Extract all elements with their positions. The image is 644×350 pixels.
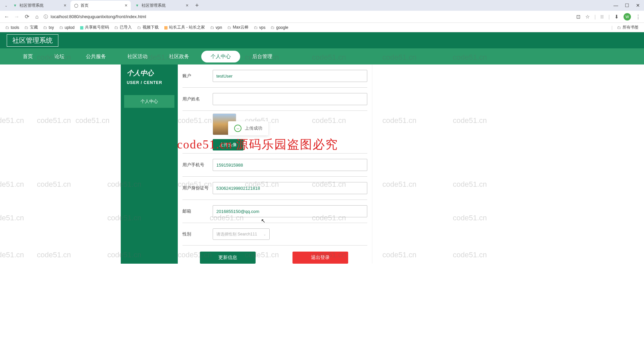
menu-icon[interactable]: ⋮ bbox=[636, 14, 641, 20]
downloads-icon[interactable]: ⬇ bbox=[614, 14, 619, 20]
email-label: 邮箱 bbox=[182, 208, 213, 214]
bookmark-item[interactable]: 🗀uplod bbox=[57, 25, 76, 31]
nav-admin[interactable]: 后台管理 bbox=[243, 51, 282, 62]
folder-icon: 🗀 bbox=[137, 25, 141, 30]
sidebar-subtitle: USER / CENTER bbox=[124, 80, 174, 85]
close-icon[interactable]: × bbox=[186, 3, 189, 8]
tab-menu-icon[interactable]: ⌄ bbox=[3, 4, 9, 7]
tab-title: 首页 bbox=[80, 3, 89, 8]
nav-gov[interactable]: 社区政务 bbox=[160, 51, 199, 62]
vue-icon: ▼ bbox=[135, 3, 140, 8]
username-label: 用户姓名 bbox=[182, 96, 213, 102]
globe-icon: ◯ bbox=[74, 3, 78, 8]
minimize-icon[interactable]: — bbox=[613, 3, 618, 8]
app-nav: 首页 论坛 公共服务 社区活动 社区政务 个人中心 后台管理 bbox=[0, 48, 644, 64]
app-header: 社区管理系统 bbox=[0, 32, 644, 48]
sidebar: 个人中心 USER / CENTER 个人中心 bbox=[121, 64, 178, 264]
browser-tab[interactable]: ▼ 社区管理系统 × bbox=[9, 1, 70, 10]
gender-placeholder: 请选择性别 Search111 bbox=[216, 231, 257, 237]
folder-icon: 🗀 bbox=[5, 25, 9, 30]
upload-avatar-button[interactable]: 上传头像 bbox=[213, 139, 244, 150]
page-icon: ▦ bbox=[80, 25, 84, 30]
phone-label: 用户手机号 bbox=[182, 162, 213, 168]
tab-title: 社区管理系统 bbox=[19, 3, 44, 8]
account-label: 账户 bbox=[182, 73, 213, 79]
close-icon[interactable]: × bbox=[125, 3, 127, 8]
folder-icon: 🗀 bbox=[254, 25, 258, 30]
email-input[interactable] bbox=[213, 205, 367, 217]
account-input[interactable] bbox=[213, 70, 367, 82]
bookmark-star-icon[interactable]: ☆ bbox=[585, 14, 590, 20]
sidebar-item-user-center[interactable]: 个人中心 bbox=[124, 95, 174, 108]
bookmark-item[interactable]: ▦共享账号密码 bbox=[78, 24, 111, 31]
site-info-icon[interactable]: ⓘ bbox=[44, 14, 48, 20]
bookmark-item[interactable]: 🗀宝藏 bbox=[22, 24, 40, 31]
bookmark-item[interactable]: 🗀视频下载 bbox=[135, 24, 161, 31]
app-content: 社区管理系统 首页 论坛 公共服务 社区活动 社区政务 个人中心 后台管理 个人… bbox=[0, 32, 644, 264]
maximize-icon[interactable]: ☐ bbox=[625, 3, 629, 8]
browser-tab[interactable]: ▼ 社区管理系统 × bbox=[131, 1, 192, 10]
folder-icon: 🗀 bbox=[114, 25, 118, 30]
folder-icon: 🗀 bbox=[59, 25, 63, 30]
back-button[interactable]: ← bbox=[3, 14, 10, 20]
bookmark-item[interactable]: 🗀vpn bbox=[208, 25, 224, 31]
reload-button[interactable]: ⟳ bbox=[23, 13, 30, 20]
success-icon: ⌣ bbox=[234, 125, 241, 132]
bookmark-bar: 🗀tools 🗀宝藏 🗀txy 🗀uplod ▦共享账号密码 🗀已导入 🗀视频下… bbox=[0, 23, 644, 32]
bookmark-item[interactable]: 🗀Max云棒 bbox=[225, 24, 251, 31]
extensions-icon[interactable]: ⁝⁝ bbox=[600, 14, 604, 20]
idcard-label: 用户身份证号 bbox=[182, 185, 213, 191]
url-text: localhost:8080/shequguanlixitong/front/i… bbox=[51, 14, 146, 19]
folder-icon: 🗀 bbox=[617, 25, 621, 30]
chevron-down-icon: ⌄ bbox=[263, 232, 266, 236]
nav-activity[interactable]: 社区活动 bbox=[118, 51, 157, 62]
toast-text: 上传成功 bbox=[245, 125, 262, 131]
page-icon: ▦ bbox=[164, 25, 168, 30]
idcard-input[interactable] bbox=[213, 182, 367, 194]
phone-input[interactable] bbox=[213, 159, 367, 171]
folder-icon: 🗀 bbox=[43, 25, 47, 30]
profile-form: 账户 用户姓名 上传头像 用户手机号 用户身份证号 邮箱 bbox=[178, 64, 372, 264]
profile-avatar[interactable]: W bbox=[624, 13, 631, 20]
gender-label: 性别 bbox=[182, 231, 213, 237]
nav-home[interactable]: 首页 bbox=[13, 51, 42, 62]
new-tab-button[interactable]: + bbox=[193, 2, 202, 9]
nav-forum[interactable]: 论坛 bbox=[45, 51, 74, 62]
tab-title: 社区管理系统 bbox=[142, 3, 166, 8]
folder-icon: 🗀 bbox=[210, 25, 214, 30]
update-button[interactable]: 更新信息 bbox=[200, 252, 256, 264]
nav-user-center[interactable]: 个人中心 bbox=[201, 51, 240, 62]
all-bookmarks[interactable]: 🗀所有书签 bbox=[615, 24, 641, 31]
bookmark-item[interactable]: 🗀txy bbox=[41, 25, 56, 31]
vue-icon: ▼ bbox=[13, 3, 17, 8]
bookmark-item[interactable]: 🗀vps bbox=[252, 25, 268, 31]
forward-button[interactable]: → bbox=[13, 14, 20, 20]
username-input[interactable] bbox=[213, 93, 367, 105]
bookmark-item[interactable]: 🗀已导入 bbox=[112, 24, 134, 31]
folder-icon: 🗀 bbox=[227, 25, 231, 30]
sidebar-title: 个人中心 bbox=[124, 69, 174, 78]
bookmark-item[interactable]: 🗀tools bbox=[3, 25, 21, 31]
success-toast: ⌣ 上传成功 bbox=[228, 121, 268, 135]
bookmark-item[interactable]: 🗀google bbox=[269, 25, 290, 31]
close-icon[interactable]: × bbox=[64, 3, 66, 8]
folder-icon: 🗀 bbox=[271, 25, 275, 30]
nav-public-service[interactable]: 公共服务 bbox=[76, 51, 115, 62]
url-input[interactable]: ⓘ localhost:8080/shequguanlixitong/front… bbox=[44, 14, 573, 20]
browser-tab-strip: ⌄ ▼ 社区管理系统 × ◯ 首页 × ▼ 社区管理系统 × + — ☐ ✕ bbox=[0, 0, 644, 11]
close-window-icon[interactable]: ✕ bbox=[636, 3, 640, 8]
folder-icon: 🗀 bbox=[24, 25, 29, 30]
browser-tab-active[interactable]: ◯ 首页 × bbox=[70, 1, 131, 10]
app-title: 社区管理系统 bbox=[12, 36, 53, 45]
address-bar: ← → ⟳ ⌂ ⓘ localhost:8080/shequguanlixito… bbox=[0, 11, 644, 23]
install-icon[interactable]: ⊡ bbox=[576, 14, 581, 20]
home-button[interactable]: ⌂ bbox=[34, 14, 40, 20]
bookmark-item[interactable]: ▦站长工具 - 站长之家 bbox=[162, 24, 207, 31]
gender-select[interactable]: 请选择性别 Search111 ⌄ bbox=[213, 228, 270, 240]
logout-button[interactable]: 退出登录 bbox=[292, 252, 348, 264]
